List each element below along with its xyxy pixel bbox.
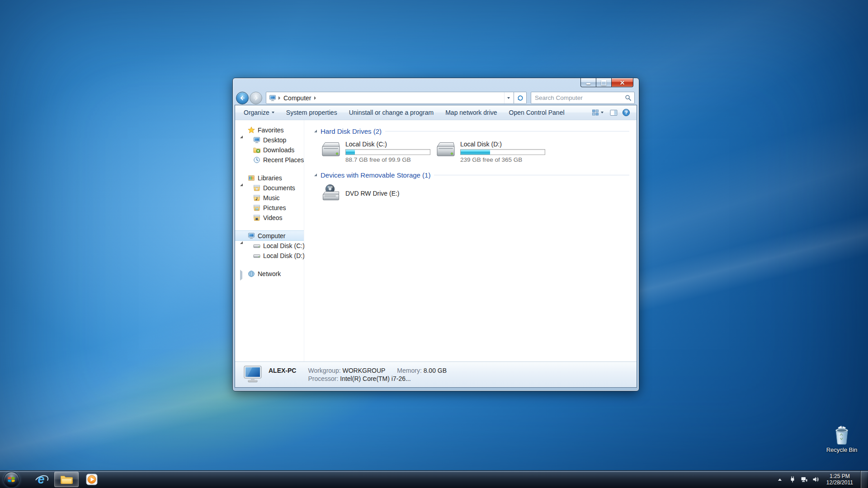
change-view-button[interactable] (590, 107, 605, 118)
refresh-button[interactable] (514, 92, 527, 104)
taskbar-windows-explorer[interactable] (54, 472, 79, 487)
organize-label: Organize (244, 109, 269, 116)
section-expander-icon[interactable] (314, 174, 317, 176)
music-label: Music (263, 194, 280, 202)
expander-icon[interactable] (240, 176, 243, 183)
sidebar-item-videos[interactable]: Videos (235, 213, 304, 223)
recent-places-label: Recent Places (263, 156, 304, 164)
media-player-icon (85, 473, 98, 486)
address-bar-group: Computer (266, 92, 527, 104)
capacity-bar (460, 149, 545, 155)
breadcrumb-separator-icon (278, 96, 280, 100)
network-tray-icon[interactable] (801, 476, 807, 483)
taskbar-media-player[interactable] (80, 472, 104, 487)
section-header-removable-storage[interactable]: Devices with Removable Storage (1) (314, 171, 629, 179)
drive-free-space: 88.7 GB free of 99.9 GB (345, 156, 430, 163)
sidebar-group-computer: Computer Local Disk (C:) Local Disk (D:) (235, 230, 304, 261)
sidebar-item-recent-places[interactable]: Recent Places (235, 155, 304, 165)
preview-pane-button[interactable] (610, 109, 618, 116)
recycle-bin-label: Recycle Bin (826, 446, 858, 453)
breadcrumb-separator-icon[interactable] (314, 96, 316, 100)
sidebar-item-downloads[interactable]: Downloads (235, 145, 304, 155)
expander-icon[interactable] (240, 272, 242, 279)
chevron-down-icon (601, 112, 604, 113)
sidebar-header-favorites[interactable]: Favorites (235, 125, 304, 135)
sidebar-item-documents[interactable]: Documents (235, 183, 304, 193)
sidebar-item-local-disk-c[interactable]: Local Disk (C:) (235, 241, 304, 251)
command-toolbar: Organize System properties Uninstall or … (235, 105, 637, 120)
search-input[interactable] (534, 94, 625, 102)
drive-tile-local-disk-c[interactable]: Local Disk (C:) 88.7 GB free of 99.9 GB (321, 140, 435, 163)
start-orb[interactable] (4, 472, 19, 488)
sidebar-header-libraries[interactable]: Libraries (235, 173, 304, 183)
network-icon (248, 270, 255, 277)
computer-icon (248, 232, 255, 239)
dvd-drive-tile[interactable]: DVD DVD RW Drive (E:) (321, 184, 435, 202)
address-history-dropdown[interactable] (504, 92, 513, 103)
recycle-bin-glyph (831, 424, 852, 445)
details-info: ALEX-PC Workgroup: WORKGROUP Memory: 8.0… (269, 367, 447, 382)
preview-pane-icon (610, 109, 618, 116)
back-button[interactable] (236, 92, 249, 104)
drive-tile-local-disk-d[interactable]: Local Disk (D:) 239 GB free of 365 GB (435, 140, 550, 163)
show-desktop-button[interactable] (860, 471, 867, 488)
system-properties-label: System properties (286, 109, 337, 116)
videos-label: Videos (263, 214, 283, 221)
map-network-drive-button[interactable]: Map network drive (441, 107, 501, 118)
volume-tray-icon[interactable] (812, 476, 819, 483)
section-divider (434, 175, 629, 175)
capacity-bar-fill (346, 150, 355, 155)
forward-button[interactable] (250, 92, 262, 104)
organize-button[interactable]: Organize (240, 107, 278, 118)
drive-name: Local Disk (C:) (345, 141, 430, 148)
breadcrumb-computer[interactable]: Computer (283, 94, 312, 103)
section-header-hard-disk-drives[interactable]: Hard Disk Drives (2) (314, 127, 629, 135)
favorites-star-icon (248, 127, 255, 134)
local-disk-d-label: Local Disk (D:) (263, 252, 305, 259)
taskbar: e (0, 470, 868, 488)
sidebar-header-network[interactable]: Network (235, 268, 304, 279)
help-button[interactable]: ? (622, 108, 630, 117)
sidebar-item-local-disk-d[interactable]: Local Disk (D:) (235, 251, 304, 261)
power-tray-icon[interactable] (789, 476, 796, 483)
expander-icon[interactable] (240, 128, 243, 136)
dvd-drive-icon: DVD (321, 184, 341, 202)
uninstall-program-button[interactable]: Uninstall or change a program (345, 107, 438, 118)
sidebar-item-music[interactable]: Music (235, 193, 304, 203)
uninstall-program-label: Uninstall or change a program (349, 109, 434, 116)
system-properties-button[interactable]: System properties (282, 107, 341, 118)
desktop-label: Desktop (263, 136, 286, 144)
open-control-panel-button[interactable]: Open Control Panel (505, 107, 569, 118)
pictures-icon (253, 204, 260, 211)
taskbar-clock[interactable]: 1:25 PM 12/28/2011 (826, 473, 853, 486)
documents-label: Documents (263, 184, 295, 192)
removable-storage-tiles: DVD DVD RW Drive (E:) (321, 184, 629, 202)
sidebar-item-pictures[interactable]: Pictures (235, 203, 304, 213)
maximize-button[interactable] (596, 78, 612, 87)
processor-label: Processor: (308, 375, 338, 382)
navigation-pane: Favorites Desktop Downloads Recent (235, 120, 304, 361)
recycle-bin-icon[interactable]: Recycle Bin (826, 424, 858, 453)
workgroup-pair: Workgroup: WORKGROUP (308, 367, 385, 374)
section-divider (385, 131, 629, 131)
show-hidden-icons-button[interactable] (775, 474, 784, 485)
start-button[interactable] (0, 471, 23, 488)
refresh-icon (517, 94, 524, 102)
close-button[interactable] (611, 78, 633, 87)
search-icon[interactable] (625, 94, 632, 101)
svg-text:?: ? (625, 110, 627, 115)
folder-icon (60, 474, 73, 484)
sidebar-item-desktop[interactable]: Desktop (235, 135, 304, 145)
capacity-bar-fill (461, 150, 490, 155)
section-expander-icon[interactable] (314, 130, 317, 132)
documents-icon (253, 184, 260, 192)
expander-icon[interactable] (240, 234, 243, 241)
minimize-button[interactable] (580, 78, 596, 87)
views-icon (592, 109, 599, 116)
sidebar-header-computer[interactable]: Computer (235, 230, 304, 241)
help-icon: ? (622, 108, 630, 117)
window-titlebar[interactable] (233, 78, 639, 91)
sidebar-group-favorites: Favorites Desktop Downloads Recent (235, 125, 304, 165)
taskbar-internet-explorer[interactable]: e (29, 472, 53, 487)
address-bar[interactable]: Computer (266, 92, 514, 104)
